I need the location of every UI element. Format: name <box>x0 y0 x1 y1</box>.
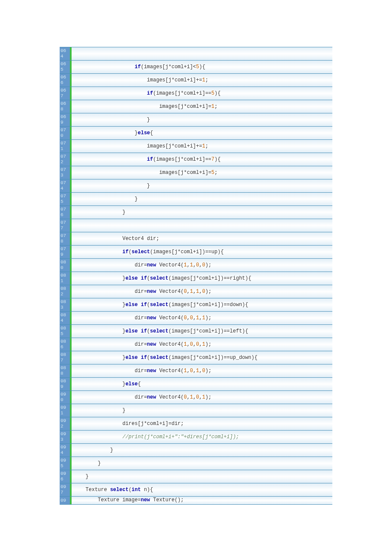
code-line: 09 2 dires[j*coml+i]=dir; <box>60 417 332 431</box>
code-line: 06 5 if(images[j*coml+i]<5){ <box>60 61 332 74</box>
code-line: 08 4 dir=new Vector4(0,0,1,1); <box>60 312 332 325</box>
code-content: Texture image=new Texture(); <box>72 497 185 504</box>
line-number: 06 8 <box>60 100 70 113</box>
line-number: 07 9 <box>60 246 70 258</box>
line-number: 09 2 <box>60 417 70 430</box>
code-line: 08 9 }else{ <box>60 378 332 391</box>
code-content: dir=new Vector4(1,0,1,0); <box>72 364 213 377</box>
code-line: 09 0 dir=new Vector4(0,1,0,1); <box>60 391 332 404</box>
line-number: 06 4 <box>60 47 70 60</box>
line-number: 06 7 <box>60 87 70 100</box>
code-line: 08 0 dir=new Vector4(1,1,0,0); <box>60 259 332 272</box>
code-content: }else if(select(images[j*coml+i])==left)… <box>72 325 250 338</box>
code-content: images[j*coml+i]+=1; <box>72 74 210 87</box>
code-line: 08 7 }else if(select(images[j*coml+i])==… <box>60 351 332 364</box>
code-content: dir=new Vector4(0,0,1,1); <box>72 312 213 324</box>
code-content: dir=new Vector4(1,0,0,1); <box>72 338 213 351</box>
code-content: } <box>72 457 103 470</box>
code-content: dir=new Vector4(0,1,0,1); <box>72 391 213 404</box>
code-block: 06 406 5 if(images[j*coml+i]<5){06 6 ima… <box>60 47 332 505</box>
code-content: if(images[j*coml+i]==7){ <box>72 153 222 166</box>
code-line: 06 9 } <box>60 113 332 127</box>
code-content: if(images[j*coml+i]==5){ <box>72 87 222 100</box>
line-number: 09 6 <box>60 470 70 483</box>
code-line: 06 7 if(images[j*coml+i]==5){ <box>60 87 332 100</box>
code-content: //print(j*coml+i+":"+dires[j*coml+i]); <box>72 431 241 443</box>
line-number: 07 0 <box>60 127 70 139</box>
code-line: 07 1 images[j*coml+i]+=1; <box>60 140 332 153</box>
code-line: 07 6 } <box>60 206 332 219</box>
code-content: images[j*coml+i]+=1; <box>72 140 210 153</box>
code-line: 07 7 <box>60 219 332 232</box>
code-content <box>72 47 75 60</box>
code-line: 09 Texture image=new Texture(); <box>60 497 332 505</box>
code-line: 09 7 Texture select(int n){ <box>60 483 332 497</box>
code-line: 08 1 }else if(select(images[j*coml+i])==… <box>60 272 332 285</box>
code-content: } <box>72 470 90 483</box>
code-line: 07 5 } <box>60 193 332 206</box>
code-line: 09 4 } <box>60 444 332 457</box>
line-number: 08 5 <box>60 325 70 338</box>
code-line: 07 3 images[j*coml+i]=5; <box>60 166 332 179</box>
code-line: 07 4 } <box>60 179 332 193</box>
line-number: 08 9 <box>60 378 70 390</box>
code-content: } <box>72 179 152 192</box>
code-content <box>72 219 75 232</box>
code-content: dir=new Vector4(1,1,0,0); <box>72 259 213 272</box>
line-number: 06 6 <box>60 74 70 87</box>
code-content: if(select(images[j*coml+i])==up){ <box>72 246 225 258</box>
line-number: 08 7 <box>60 351 70 364</box>
code-content: }else if(select(images[j*coml+i])==down)… <box>72 298 250 311</box>
code-line: 08 5 }else if(select(images[j*coml+i])==… <box>60 325 332 338</box>
code-line: 07 9 if(select(images[j*coml+i])==up){ <box>60 246 332 259</box>
code-line: 08 3 }else if(select(images[j*coml+i])==… <box>60 298 332 312</box>
code-content: } <box>72 113 152 126</box>
code-content: images[j*coml+i]=1; <box>72 100 219 113</box>
code-line: 07 0 }else{ <box>60 127 332 140</box>
code-line: 09 1 } <box>60 404 332 417</box>
line-number: 08 1 <box>60 272 70 285</box>
code-content: }else{ <box>72 378 142 390</box>
code-line: 09 6 } <box>60 470 332 483</box>
line-number: 08 2 <box>60 285 70 298</box>
line-number: 07 6 <box>60 206 70 219</box>
code-line: 07 8 Vector4 dir; <box>60 232 332 246</box>
line-number: 09 7 <box>60 483 70 496</box>
code-line: 07 2 if(images[j*coml+i]==7){ <box>60 153 332 166</box>
line-number: 06 9 <box>60 113 70 126</box>
code-line: 08 8 dir=new Vector4(1,0,1,0); <box>60 364 332 378</box>
code-content: }else if(select(images[j*coml+i])==up_do… <box>72 351 259 364</box>
code-content: } <box>72 404 127 417</box>
code-content: dires[j*coml+i]=dir; <box>72 417 185 430</box>
line-number: 07 1 <box>60 140 70 153</box>
code-line: 08 2 dir=new Vector4(0,1,1,0); <box>60 285 332 298</box>
line-number: 09 <box>60 497 70 504</box>
code-content: dir=new Vector4(0,1,1,0); <box>72 285 213 298</box>
code-line: 08 6 dir=new Vector4(1,0,0,1); <box>60 338 332 351</box>
code-content: images[j*coml+i]=5; <box>72 166 219 179</box>
code-content: } <box>72 444 115 457</box>
code-content: if(images[j*coml+i]<5){ <box>72 61 207 73</box>
line-number: 07 5 <box>60 193 70 205</box>
line-number: 07 8 <box>60 232 70 245</box>
line-number: 09 1 <box>60 404 70 417</box>
code-line: 06 4 <box>60 47 332 61</box>
line-number: 08 0 <box>60 259 70 272</box>
line-number: 09 4 <box>60 444 70 457</box>
code-line: 09 5 } <box>60 457 332 470</box>
line-number: 09 5 <box>60 457 70 470</box>
line-number: 09 3 <box>60 431 70 443</box>
line-number: 07 2 <box>60 153 70 166</box>
line-number: 09 0 <box>60 391 70 404</box>
line-number: 07 7 <box>60 219 70 232</box>
line-number: 08 8 <box>60 364 70 377</box>
code-content: } <box>72 193 139 205</box>
line-number: 07 3 <box>60 166 70 179</box>
code-line: 09 3 //print(j*coml+i+":"+dires[j*coml+i… <box>60 431 332 444</box>
code-content: Vector4 dir; <box>72 232 161 245</box>
code-content: }else{ <box>72 127 155 139</box>
line-number: 06 5 <box>60 61 70 73</box>
code-content: } <box>72 206 127 219</box>
line-number: 07 4 <box>60 179 70 192</box>
code-line: 06 8 images[j*coml+i]=1; <box>60 100 332 113</box>
